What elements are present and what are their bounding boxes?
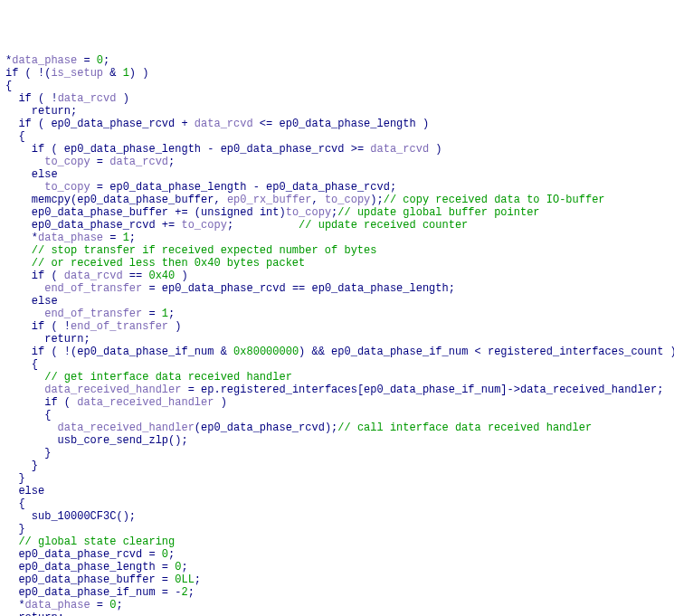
code-line: } — [5, 447, 669, 460]
code-line: usb_core_send_zlp(); — [5, 434, 669, 447]
code-token — [5, 156, 44, 168]
code-token — [5, 548, 18, 561]
code-token: ep0_data_phase_rcvd — [32, 219, 156, 232]
code-token: } — [5, 523, 25, 535]
code-line: ep0_data_phase_buffer = 0LL; — [5, 573, 669, 586]
code-token: data_rcvd — [64, 270, 123, 282]
code-token: end_of_transfer — [71, 320, 168, 333]
code-line: { — [5, 498, 669, 510]
code-token: // get interface data received handler — [44, 371, 292, 384]
code-token: data_received_handler — [77, 396, 214, 409]
code-line: ep0_data_phase_buffer += (unsigned int)t… — [5, 206, 669, 219]
code-token: } — [5, 460, 38, 472]
code-token — [5, 346, 32, 358]
code-line: return; — [5, 105, 669, 118]
code-line: if ( ep0_data_phase_rcvd + data_rcvd <= … — [5, 118, 669, 130]
code-token: // update received counter — [299, 219, 468, 232]
code-token: ep0_data_phase_if_num — [18, 586, 155, 599]
code-token: data_rcvd — [195, 118, 253, 130]
code-token: ( !( — [18, 67, 51, 80]
code-line: else — [5, 168, 669, 181]
code-token: ( — [58, 396, 78, 409]
code-token: >= — [345, 143, 371, 156]
code-token: ; — [83, 333, 90, 346]
code-token: // update global buffer pointer — [337, 206, 539, 219]
code-token: return — [18, 611, 57, 616]
code-line: if ( ep0_data_phase_length - ep0_data_ph… — [5, 143, 669, 156]
code-token: ; — [195, 573, 201, 586]
code-token: ep0_data_phase_rcvd — [162, 282, 286, 295]
code-line: { — [5, 409, 669, 422]
code-token: data_phase — [12, 54, 77, 67]
code-token — [5, 485, 18, 498]
code-token: // call interface data received handler — [337, 422, 592, 434]
code-token: return — [44, 333, 83, 346]
code-token: <= — [253, 118, 280, 130]
code-token: registered_interfaces_count — [488, 346, 663, 358]
code-line: // or received less then 0x40 bytes pack… — [5, 257, 669, 270]
code-token: sub_10000CF3C — [32, 510, 117, 523]
code-line: return; — [5, 333, 669, 346]
code-token: ep0_data_phase_rcvd — [201, 422, 325, 434]
code-token: 1 — [162, 308, 168, 320]
code-token: ) — [429, 143, 441, 156]
code-line: if ( !end_of_transfer ) — [5, 320, 669, 333]
code-token: ( — [195, 422, 201, 434]
code-line: } — [5, 523, 669, 535]
code-token: ; — [227, 219, 299, 232]
code-token — [5, 333, 44, 346]
code-token: ; — [168, 308, 175, 320]
code-token: & — [214, 346, 233, 358]
code-token: ( — [44, 270, 64, 282]
code-token — [5, 573, 18, 586]
code-token — [5, 611, 18, 616]
code-line: *data_phase = 1; — [5, 232, 669, 244]
code-token — [5, 92, 18, 105]
code-token: data_rcvd — [58, 92, 117, 105]
code-token: ep0_data_phase_length — [109, 181, 246, 194]
code-token: ); — [325, 422, 337, 434]
code-line: to_copy = data_rcvd; — [5, 156, 669, 168]
code-token: data_received_handler — [520, 384, 657, 396]
code-token: if — [32, 143, 44, 156]
code-token — [253, 206, 260, 219]
code-line: return; — [5, 611, 669, 616]
code-token: ; — [657, 384, 663, 396]
code-token: is_setup — [51, 67, 103, 80]
code-token: ) && — [299, 346, 331, 358]
code-token — [5, 535, 18, 548]
code-line: end_of_transfer = 1; — [5, 308, 669, 320]
code-token: ; — [71, 105, 77, 118]
code-token: ( — [44, 143, 64, 156]
code-token: ; — [188, 586, 195, 599]
code-token: ep0_data_phase_if_num — [331, 346, 468, 358]
code-token: = — [142, 548, 162, 561]
code-token: ) — [116, 92, 128, 105]
code-token: ep0_data_phase_rcvd — [18, 548, 142, 561]
code-token: return — [32, 105, 71, 118]
code-token — [5, 422, 58, 434]
code-token — [5, 257, 32, 270]
code-token: data_rcvd — [370, 143, 429, 156]
code-token: ); — [370, 194, 383, 206]
code-token: ep0_data_phase_if_num — [364, 384, 500, 396]
code-token: ( ! — [44, 320, 71, 333]
code-token: = — [142, 282, 162, 295]
code-token: * — [5, 599, 25, 611]
code-token: end_of_transfer — [44, 282, 142, 295]
code-token: 0x40 — [148, 270, 175, 282]
code-token: data_received_handler — [58, 422, 195, 434]
code-token: ep0_data_phase_length — [279, 118, 415, 130]
code-token — [5, 181, 44, 194]
code-token: if — [18, 92, 31, 105]
code-token — [5, 396, 44, 409]
code-token: ( — [32, 118, 52, 130]
code-token: ) ) — [129, 67, 149, 80]
code-token: ep0_data_phase_rcvd — [221, 143, 345, 156]
code-token: ep0_data_phase_rcvd — [266, 181, 390, 194]
code-token — [5, 206, 32, 219]
code-token: { — [5, 358, 38, 371]
code-token: & — [103, 67, 123, 80]
code-token: = — [142, 308, 162, 320]
code-token: ep0_data_phase_buffer — [32, 206, 168, 219]
